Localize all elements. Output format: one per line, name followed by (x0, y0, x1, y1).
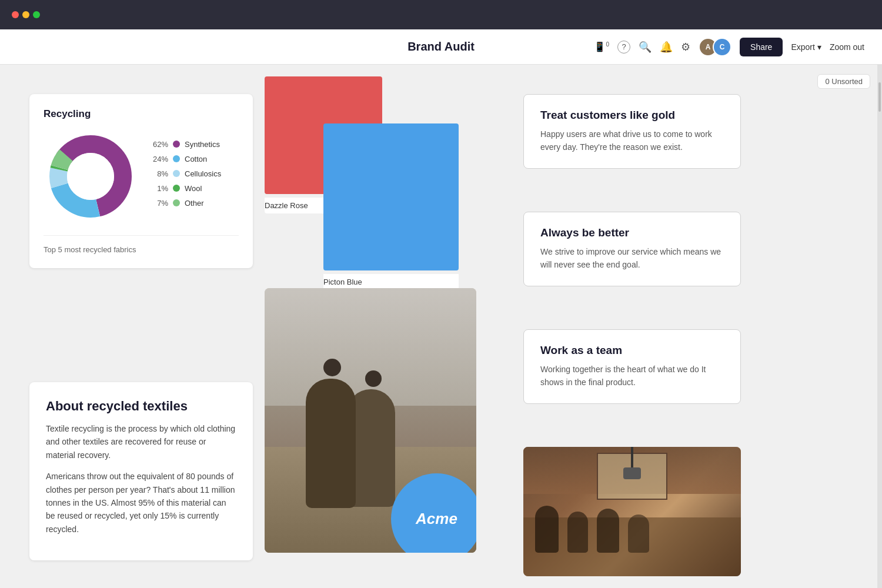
avatar-group: A C (699, 38, 731, 56)
legend-dot (173, 155, 180, 162)
zoom-out-button[interactable]: Zoom out (830, 42, 864, 52)
scrollbar[interactable] (877, 65, 882, 588)
swatch-blue-container: Picton Blue (323, 123, 459, 290)
photo-card: Acme (265, 288, 476, 553)
titlebar (0, 0, 882, 29)
header: Brand Audit 📱0 ? 🔍 🔔 ⚙ A C Share Export … (0, 29, 882, 65)
maximize-dot[interactable] (33, 11, 40, 18)
unsorted-badge[interactable]: 0 Unsorted (817, 74, 870, 89)
legend-item: 8% Cellulosics (149, 169, 239, 178)
phone-icon[interactable]: 📱0 (594, 41, 609, 52)
legend-dot (173, 199, 180, 206)
close-dot[interactable] (12, 11, 19, 18)
value-card-1: Treat customers like gold Happy users ar… (523, 94, 741, 169)
recycling-title: Recycling (44, 108, 239, 120)
about-text-1: Textile recycling is the process by whic… (46, 422, 236, 462)
window-controls (12, 11, 40, 18)
avatar: C (713, 38, 731, 56)
recycling-footer: Top 5 most recycled fabrics (44, 235, 239, 254)
scroll-thumb[interactable] (878, 82, 881, 112)
chart-area: 62% Synthetics 24% Cotton 8% Cellulosics… (44, 129, 239, 223)
value-text-3: Working together is the heart of what we… (540, 363, 724, 389)
about-title: About recycled textiles (46, 399, 236, 414)
legend-dot (173, 170, 180, 177)
swatch-blue[interactable] (323, 123, 459, 270)
canvas: 0 Unsorted Recycling (0, 65, 882, 588)
legend-item: 7% Other (149, 199, 239, 208)
bell-icon[interactable]: 🔔 (660, 41, 673, 54)
minimize-dot[interactable] (22, 11, 29, 18)
settings-icon[interactable]: ⚙ (681, 41, 690, 54)
share-button[interactable]: Share (740, 38, 783, 56)
legend-item: 1% Wool (149, 184, 239, 193)
legend-item: 62% Synthetics (149, 140, 239, 149)
about-text-2: Americans throw out the equivalent of 80… (46, 470, 236, 536)
search-icon[interactable]: 🔍 (639, 41, 652, 54)
about-card: About recycled textiles Textile recyclin… (29, 382, 253, 560)
header-icons: 📱0 ? 🔍 🔔 ⚙ (594, 41, 690, 54)
value-text-2: We strive to improve our service which m… (540, 245, 724, 272)
legend-dot (173, 141, 180, 148)
help-icon[interactable]: ? (617, 41, 630, 54)
office-photo (523, 447, 741, 576)
legend-item: 24% Cotton (149, 155, 239, 163)
page-title: Brand Audit (407, 40, 475, 54)
chart-legend: 62% Synthetics 24% Cotton 8% Cellulosics… (149, 140, 239, 213)
swatch-blue-label: Picton Blue (323, 274, 459, 290)
chevron-down-icon: ▾ (817, 42, 821, 52)
value-card-3: Work as a team Working together is the h… (523, 329, 741, 404)
recycling-card: Recycling (29, 94, 253, 268)
legend-dot (173, 185, 180, 192)
value-title-3: Work as a team (540, 344, 724, 357)
value-title-1: Treat customers like gold (540, 109, 724, 122)
donut-chart (44, 129, 138, 223)
export-button[interactable]: Export ▾ (791, 42, 821, 52)
value-card-2: Always be better We strive to improve ou… (523, 212, 741, 286)
value-text-1: Happy users are what drive us to come to… (540, 128, 724, 154)
value-title-2: Always be better (540, 226, 724, 239)
svg-point-5 (67, 153, 114, 200)
